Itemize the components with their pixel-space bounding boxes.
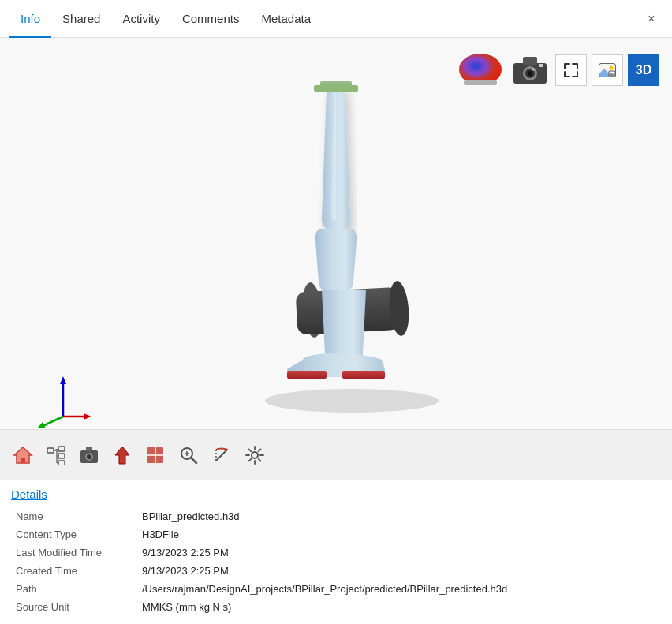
tab-shared[interactable]: Shared bbox=[51, 0, 111, 38]
snapshot-toolbar-btn[interactable] bbox=[74, 440, 104, 470]
axis-indicator bbox=[32, 373, 95, 420]
viewer-controls: 3D bbox=[456, 50, 659, 90]
svg-point-6 bbox=[528, 71, 532, 76]
colormap-icon[interactable] bbox=[456, 50, 505, 90]
table-row: Created Time9/13/2023 2:25 PM bbox=[11, 562, 661, 580]
svg-rect-22 bbox=[342, 371, 385, 379]
svg-rect-33 bbox=[58, 447, 65, 451]
detail-label: Source Unit bbox=[11, 598, 137, 616]
svg-point-7 bbox=[532, 69, 535, 71]
detail-value: BPillar_predicted.h3d bbox=[137, 507, 661, 525]
tab-metadata[interactable]: Metadata bbox=[250, 0, 322, 38]
svg-line-52 bbox=[191, 458, 196, 463]
svg-point-15 bbox=[265, 389, 439, 413]
svg-rect-8 bbox=[539, 64, 543, 67]
close-button[interactable]: × bbox=[640, 8, 663, 30]
svg-rect-21 bbox=[287, 371, 327, 379]
svg-point-57 bbox=[252, 452, 258, 458]
detail-value: 9/13/2023 2:25 PM bbox=[137, 544, 661, 562]
expand-button[interactable] bbox=[555, 54, 587, 86]
viewer-toolbar bbox=[0, 429, 672, 480]
svg-point-12 bbox=[610, 66, 614, 70]
detail-value: MMKS (mm kg N s) bbox=[137, 598, 661, 616]
details-table: NameBPillar_predicted.h3dContent TypeH3D… bbox=[11, 507, 661, 616]
tab-activity[interactable]: Activity bbox=[111, 0, 171, 38]
svg-marker-24 bbox=[60, 376, 66, 384]
svg-marker-31 bbox=[14, 447, 32, 463]
details-title[interactable]: Details bbox=[11, 488, 661, 501]
3d-model-viewport[interactable] bbox=[186, 77, 486, 417]
table-row: Source UnitMMKS (mm kg N s) bbox=[11, 598, 661, 616]
tab-comments[interactable]: Comments bbox=[171, 0, 251, 38]
screenshot-button[interactable] bbox=[592, 54, 623, 86]
detail-value: 9/13/2023 2:25 PM bbox=[137, 562, 661, 580]
table-row: Last Modified Time9/13/2023 2:25 PM bbox=[11, 544, 661, 562]
detail-label: Content Type bbox=[11, 525, 137, 544]
svg-rect-42 bbox=[86, 447, 92, 451]
section-toolbar-btn[interactable] bbox=[140, 440, 170, 470]
measure-toolbar-btn[interactable] bbox=[207, 440, 237, 470]
camera-icon[interactable] bbox=[510, 50, 551, 90]
direction-toolbar-btn[interactable] bbox=[107, 440, 137, 470]
hierarchy-toolbar-btn[interactable] bbox=[41, 440, 71, 470]
table-row: NameBPillar_predicted.h3d bbox=[11, 507, 661, 525]
table-row: Content TypeH3DFile bbox=[11, 525, 661, 544]
detail-label: Name bbox=[11, 507, 137, 525]
home-toolbar-btn[interactable] bbox=[8, 440, 38, 470]
table-row: Path/Users/rajman/DesignAI_projects/BPil… bbox=[11, 580, 661, 598]
3d-viewer: 3D bbox=[0, 38, 672, 480]
details-section: Details NameBPillar_predicted.h3dContent… bbox=[0, 480, 672, 616]
detail-value: /Users/rajman/DesignAI_projects/BPillar_… bbox=[137, 580, 661, 598]
svg-rect-34 bbox=[58, 454, 65, 458]
svg-rect-32 bbox=[47, 448, 54, 453]
detail-value: H3DFile bbox=[137, 525, 661, 544]
svg-rect-35 bbox=[58, 461, 65, 465]
svg-marker-26 bbox=[84, 413, 91, 420]
svg-rect-1 bbox=[464, 80, 497, 85]
detail-label: Path bbox=[11, 580, 137, 598]
svg-line-27 bbox=[41, 417, 63, 427]
tab-bar: Info Shared Activity Comments Metadata × bbox=[0, 0, 672, 38]
3d-view-button[interactable]: 3D bbox=[628, 54, 659, 86]
svg-point-45 bbox=[90, 454, 91, 455]
svg-rect-3 bbox=[523, 57, 537, 65]
settings-toolbar-btn[interactable] bbox=[240, 440, 270, 470]
detail-label: Last Modified Time bbox=[11, 544, 137, 562]
tab-info[interactable]: Info bbox=[9, 0, 51, 38]
svg-rect-17 bbox=[314, 85, 358, 92]
detail-label: Created Time bbox=[11, 562, 137, 580]
zoom-toolbar-btn[interactable] bbox=[174, 440, 203, 470]
